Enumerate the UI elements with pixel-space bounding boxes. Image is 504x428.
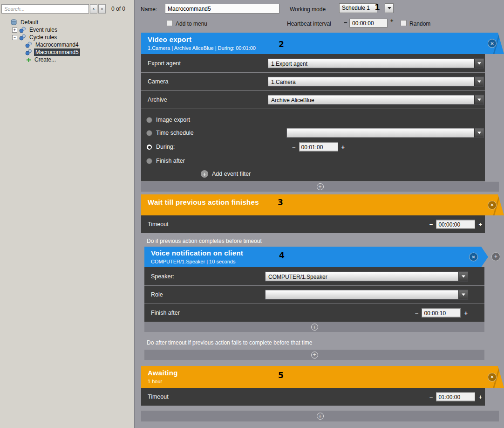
annotation-1: 1: [375, 3, 380, 12]
tree-item-event-rules[interactable]: + Event rules: [0, 26, 134, 34]
random-checkbox[interactable]: [401, 20, 407, 26]
add-to-menu-checkbox[interactable]: [167, 20, 173, 26]
action-summary: COMPUTER/1.Speaker | 10 seconds: [151, 259, 488, 264]
close-icon[interactable]: ✕: [488, 200, 497, 209]
chevron-down-icon[interactable]: [458, 290, 468, 299]
archive-row: Archive Archive AliceBlue: [141, 90, 485, 109]
during-radio[interactable]: [146, 144, 152, 150]
close-icon[interactable]: ✕: [469, 253, 478, 262]
random-label: Random: [409, 21, 430, 27]
chevron-down-icon[interactable]: [474, 96, 484, 104]
create-plus-icon: [26, 57, 31, 62]
during-spinner: − +: [292, 143, 345, 152]
rules-sidebar: ∧ ∨ 0 of 0 Default + Event rules − Cycle…: [0, 0, 135, 428]
wait-timeout-input[interactable]: [436, 220, 475, 229]
add-filter-plus-icon[interactable]: +: [201, 170, 208, 178]
search-bar: ∧ ∨ 0 of 0: [0, 0, 134, 15]
macro-settings-bar: Name: Working mode Schedule 1 Add to men…: [136, 0, 504, 33]
awaiting-timeout-input[interactable]: [436, 393, 475, 401]
finish-after-option: Finish after: [141, 154, 485, 167]
decrement-button[interactable]: −: [429, 393, 433, 400]
tree-item-label: Event rules: [28, 26, 59, 34]
awaiting-header[interactable]: Awaiting 1 hour ✕: [141, 366, 504, 388]
image-export-label: Image export: [156, 117, 190, 123]
add-action-plus-icon[interactable]: +: [311, 352, 318, 359]
finish-after-radio[interactable]: [146, 158, 152, 164]
add-sibling-action-plus-icon[interactable]: +: [491, 252, 500, 261]
tree-item-default[interactable]: Default: [0, 19, 134, 26]
rule-icon: [19, 34, 26, 41]
finish-after-label: Finish after: [156, 158, 185, 164]
working-mode-dropdown-button[interactable]: [385, 3, 394, 13]
heartbeat-interval-label: Heartbeat interval: [287, 21, 331, 27]
close-icon[interactable]: ✕: [488, 373, 497, 381]
during-time-input[interactable]: [299, 143, 338, 152]
finish-after-input[interactable]: [422, 309, 461, 318]
voice-settings: Speaker: COMPUTER/1.Speaker Role: [144, 267, 484, 332]
timeout-label: Timeout: [148, 221, 169, 228]
increment-button[interactable]: +: [478, 393, 482, 400]
speaker-select[interactable]: COMPUTER/1.Speaker: [265, 271, 468, 281]
export-agent-select[interactable]: 1.Export agent: [268, 58, 484, 68]
heartbeat-decrement-button[interactable]: −: [344, 19, 347, 26]
chevron-down-icon[interactable]: [474, 77, 484, 86]
tree-item-macrocommand4[interactable]: Macrocommand4: [0, 41, 134, 48]
voice-notification-header[interactable]: Voice notification on client COMPUTER/1.…: [144, 247, 488, 267]
search-prev-button[interactable]: ∧: [90, 4, 97, 14]
chevron-down-icon[interactable]: [474, 129, 484, 138]
tree-item-macrocommand5[interactable]: Macrocommand5: [0, 48, 134, 56]
role-value: [266, 290, 458, 299]
search-next-button[interactable]: ∨: [98, 4, 106, 14]
chevron-down-icon[interactable]: [458, 272, 468, 281]
action-title: Wait till previous action finishes: [148, 198, 504, 206]
increment-button[interactable]: +: [478, 221, 482, 228]
time-schedule-radio[interactable]: [146, 130, 152, 136]
tree-item-label: Macrocommand5: [34, 48, 80, 56]
image-export-radio[interactable]: [146, 117, 152, 123]
video-export-action-block: Video export 1.Camera | Archive AliceBlu…: [141, 33, 504, 192]
close-icon[interactable]: ✕: [488, 39, 497, 48]
wait-action-block: Wait till previous action finishes ✕ Tim…: [141, 194, 504, 364]
increment-button[interactable]: +: [464, 310, 468, 317]
add-action-bar: +: [144, 322, 484, 332]
finish-after-spinner: − +: [415, 309, 468, 318]
annotation-2: 2: [279, 40, 284, 49]
add-action-plus-icon[interactable]: +: [317, 183, 324, 190]
annotation-4: 4: [279, 251, 285, 260]
add-action-bar: +: [144, 350, 484, 360]
add-event-filter[interactable]: + Add event filter: [141, 167, 485, 180]
wait-branches: Do if previous action completes before t…: [141, 233, 504, 364]
time-schedule-label: Time schedule: [156, 130, 194, 136]
collapse-icon[interactable]: −: [12, 35, 17, 40]
time-schedule-select[interactable]: [286, 128, 484, 138]
expand-icon[interactable]: +: [12, 28, 17, 33]
macro-name-input[interactable]: [165, 4, 279, 14]
camera-select[interactable]: 1.Camera: [268, 77, 484, 87]
speaker-value: COMPUTER/1.Speaker: [266, 272, 458, 281]
video-export-header[interactable]: Video export 1.Camera | Archive AliceBlu…: [141, 33, 504, 54]
working-mode-label: Working mode: [290, 6, 326, 13]
annotation-3: 3: [278, 198, 283, 207]
working-mode-select[interactable]: Schedule 1: [339, 3, 377, 13]
tree-item-cycle-rules[interactable]: − Cycle rules: [0, 34, 134, 41]
decrement-button[interactable]: −: [415, 310, 419, 317]
decrement-button[interactable]: −: [292, 144, 296, 151]
search-input[interactable]: [1, 4, 89, 14]
role-select[interactable]: [265, 290, 468, 300]
archive-value: Archive AliceBlue: [268, 96, 474, 104]
heartbeat-increment-button[interactable]: +: [390, 18, 393, 23]
add-action-plus-icon[interactable]: +: [311, 324, 318, 331]
tree-item-create[interactable]: Create...: [0, 56, 134, 63]
decrement-button[interactable]: −: [429, 221, 433, 228]
action-summary: 1.Camera | Archive AliceBlue | During: 0…: [148, 45, 504, 51]
wait-header[interactable]: Wait till previous action finishes ✕: [141, 194, 504, 215]
increment-button[interactable]: +: [341, 144, 345, 151]
timeout-row: Timeout − +: [141, 215, 485, 233]
camera-value: 1.Camera: [268, 77, 474, 86]
action-title: Video export: [148, 35, 504, 43]
export-agent-row: Export agent 1.Export agent: [141, 54, 485, 72]
heartbeat-interval-input[interactable]: [349, 19, 388, 28]
chevron-down-icon[interactable]: [474, 59, 484, 68]
add-action-plus-icon[interactable]: +: [317, 413, 324, 420]
archive-select[interactable]: Archive AliceBlue: [268, 95, 484, 105]
